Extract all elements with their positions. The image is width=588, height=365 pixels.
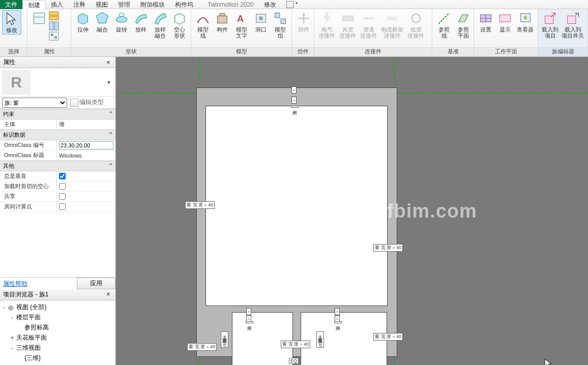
- svg-rect-7: [51, 34, 53, 36]
- vertical-checkbox[interactable]: [59, 173, 66, 179]
- set-wp-button[interactable]: 设置: [476, 10, 495, 34]
- prop-row-shared[interactable]: 共享: [0, 192, 115, 202]
- void-button[interactable]: 空心 形状: [170, 10, 189, 40]
- dim-tag[interactable]: 窗 宽 度 = 40: [187, 343, 217, 351]
- properties-header[interactable]: 属性 ×: [0, 57, 115, 68]
- room-lower-left[interactable]: [232, 312, 293, 365]
- menu-tab-view[interactable]: 视图: [91, 0, 113, 9]
- family-category-icon[interactable]: [49, 21, 59, 31]
- family-select[interactable]: 族: 窗: [2, 98, 67, 108]
- swept-blend-button[interactable]: 放样 融合: [151, 10, 170, 40]
- dim-tag-eq[interactable]: EQ: [289, 358, 299, 364]
- tree-node-views[interactable]: -◎视图 (全部): [1, 302, 114, 313]
- preview-thumb: R: [2, 70, 31, 95]
- dim-tag[interactable]: 窗 宽 度 = 40: [281, 341, 310, 348]
- type-preview[interactable]: R ▾: [0, 68, 115, 97]
- prop-row-roomcalc[interactable]: 房间计算点: [0, 202, 115, 212]
- model-line-button[interactable]: 模型 线: [193, 10, 213, 40]
- dim-tag[interactable]: 窗 宽 度 = 40: [185, 201, 215, 209]
- opening-button[interactable]: 洞口: [251, 10, 271, 34]
- menu-tab-insert[interactable]: 插入: [46, 0, 68, 9]
- group-label-shape: 形状: [71, 47, 191, 56]
- viewer-wp-button[interactable]: 查看器: [515, 10, 536, 34]
- menu-file[interactable]: 文件: [0, 0, 22, 9]
- type-props-icon[interactable]: [49, 32, 59, 41]
- omni-num-key: OmniClass 编号: [0, 140, 57, 150]
- section-identity[interactable]: 标识数据⌃: [0, 130, 115, 140]
- ref-plane-button[interactable]: 参照 平面: [454, 10, 473, 40]
- cutvoid-checkbox[interactable]: [59, 183, 66, 190]
- menu-tab-goujianwu[interactable]: 构件坞: [170, 0, 198, 9]
- model-group-button[interactable]: 模型 组: [271, 10, 290, 40]
- dim-tag[interactable]: 窗 宽 度 = 40: [373, 244, 403, 252]
- close-icon[interactable]: ×: [104, 290, 112, 298]
- svg-rect-15: [275, 13, 280, 18]
- properties-help-link[interactable]: 属性帮助: [0, 278, 31, 289]
- window-marker[interactable]: [246, 308, 251, 315]
- window-marker[interactable]: [335, 308, 340, 315]
- menu-tab-twinmotion[interactable]: Twinmotion 2020: [202, 0, 259, 9]
- menu-dropdown-icon[interactable]: [286, 1, 293, 8]
- model-text-button[interactable]: A模型 文字: [232, 10, 251, 40]
- section-other[interactable]: 其他⌃: [0, 161, 115, 171]
- svg-point-9: [116, 17, 127, 23]
- modify-button[interactable]: 修改: [2, 10, 21, 35]
- menu-tab-modify[interactable]: 修改: [259, 0, 281, 9]
- host-value[interactable]: 墙: [57, 119, 115, 129]
- project-browser[interactable]: -◎视图 (全部) -楼层平面 参照标高 +天花板平面 -三维视图 {三维}: [0, 300, 115, 366]
- menu-tab-create[interactable]: 创建: [22, 0, 46, 9]
- shared-checkbox[interactable]: [59, 193, 66, 200]
- room-main[interactable]: [205, 106, 388, 306]
- ribbon-group-datum: 参照 线 参照 平面 基准: [432, 9, 474, 56]
- prop-row-vertical[interactable]: 总是垂直: [0, 171, 115, 181]
- height-tag[interactable]: 子 高度 = 350: [221, 331, 228, 348]
- preview-dropdown-icon[interactable]: ▾: [104, 79, 113, 86]
- apply-button[interactable]: 应用: [77, 278, 115, 289]
- window-vtag: 阑: [334, 321, 342, 323]
- elec-label: 电气 连接件: [318, 26, 335, 39]
- ref-line-label: 参照 线: [438, 26, 450, 39]
- tree-node-3d-item[interactable]: {三维}: [1, 353, 114, 363]
- section-constraint[interactable]: 约束⌃: [0, 109, 115, 119]
- menu-tab-annotate[interactable]: 注释: [68, 0, 91, 9]
- omniclass-number-input[interactable]: [59, 141, 113, 149]
- dim-tag[interactable]: 窗 宽 度 = 40: [373, 333, 403, 341]
- prop-row-host[interactable]: 主体墙: [0, 119, 115, 130]
- family-types-icon[interactable]: [49, 11, 59, 20]
- tree-node-ceilingplans[interactable]: +天花板平面: [1, 333, 114, 343]
- omni-title-value[interactable]: Windows: [57, 150, 115, 160]
- component-button[interactable]: 构件: [213, 10, 232, 34]
- roomcalc-checkbox[interactable]: [59, 203, 66, 210]
- window-marker[interactable]: [291, 97, 297, 104]
- tree-node-3dviews[interactable]: -三维视图: [1, 343, 114, 353]
- extrude-button[interactable]: 拉伸: [73, 10, 93, 34]
- ref-line-button[interactable]: 参照 线: [434, 10, 454, 40]
- swept-blend-icon: [153, 11, 167, 25]
- prop-row-omniclass-title[interactable]: OmniClass 标题Windows: [0, 150, 115, 161]
- menu-tab-manage[interactable]: 管理: [113, 0, 135, 9]
- edit-type-button[interactable]: 编辑类型: [70, 98, 104, 107]
- close-icon[interactable]: ×: [104, 58, 112, 67]
- tree-node-reflevel[interactable]: 参照标高: [1, 323, 114, 333]
- properties-button[interactable]: [30, 10, 49, 26]
- load-project-button[interactable]: 载入到 项目: [540, 10, 560, 40]
- drawing-canvas[interactable]: 阑 窗 宽 度 = 40 窗 宽 度 = 40 窗 宽 度 = 40 窗 宽 度…: [116, 57, 588, 365]
- show-wp-button[interactable]: 显示: [495, 10, 515, 34]
- revolve-button[interactable]: 旋转: [112, 10, 131, 34]
- prop-row-omniclass-number[interactable]: OmniClass 编号: [0, 140, 115, 150]
- prop-row-cutvoid[interactable]: 加载时剪切的空心: [0, 181, 115, 192]
- roomcalc-key: 房间计算点: [0, 202, 57, 211]
- tree-node-floorplans[interactable]: -楼层平面: [1, 313, 114, 323]
- window-marker[interactable]: [291, 86, 297, 94]
- component-label: 构件: [217, 26, 228, 33]
- model-group-label: 模型 组: [275, 26, 286, 39]
- tree-3d-label: 三维视图: [16, 344, 41, 352]
- project-browser-header[interactable]: 项目浏览器 - 族1 ×: [0, 289, 115, 300]
- sweep-button[interactable]: 放样: [131, 10, 151, 34]
- menu-tab-addins[interactable]: 附加模块: [135, 0, 170, 9]
- blend-button[interactable]: 融合: [93, 10, 112, 34]
- height-tag[interactable]: 子 高度 = 350: [316, 331, 324, 348]
- load-close-button[interactable]: 载入到 项目并关: [560, 10, 585, 40]
- conduit-icon: [409, 11, 423, 25]
- chevron-icon: ⌃: [109, 131, 112, 139]
